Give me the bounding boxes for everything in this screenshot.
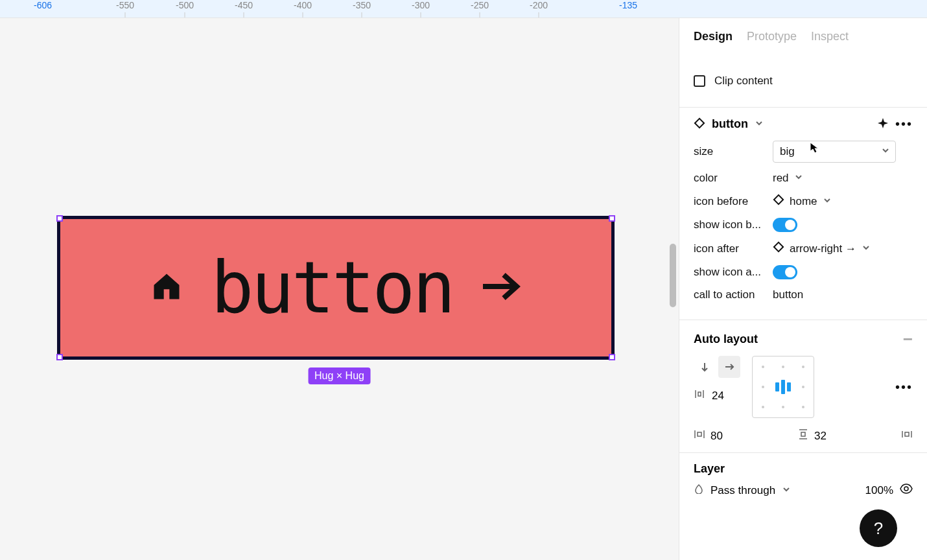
inspector-tabs: Design Prototype Inspect [679,18,927,55]
svg-rect-4 [774,242,783,251]
prop-color-label: color [694,172,773,185]
horizontal-padding-icon [694,428,705,443]
alignment-center-icon [775,380,791,394]
prop-size-label: size [694,145,773,158]
ruler-end: -135 [619,0,637,10]
gap-value[interactable]: 24 [712,390,724,402]
svg-rect-18 [905,432,909,436]
opacity-value[interactable]: 100% [865,484,893,497]
section-component-props: button ••• size big color red [679,108,927,320]
ruler-tick: -450 [235,0,253,10]
svg-marker-2 [878,118,888,128]
prop-cta-value[interactable]: button [773,288,803,301]
svg-rect-15 [801,432,805,436]
ruler-line [185,12,185,18]
prop-color-select[interactable]: red [773,172,913,185]
direction-horizontal-button[interactable] [718,356,740,378]
prop-cta-label: call to action [694,288,773,301]
show-icon-after-toggle[interactable] [773,265,797,279]
selection-handle-br[interactable] [609,354,615,360]
more-options-icon[interactable]: ••• [895,117,913,132]
svg-rect-9 [698,392,701,396]
horizontal-ruler: -606 -550 -500 -450 -400 -350 -300 -250 … [0,0,927,18]
vertical-scrollbar[interactable] [670,244,676,307]
selection-handle-tr[interactable] [609,215,615,222]
inspector-panel: Design Prototype Inspect Clip content bu… [679,18,927,560]
selection-handle-tl[interactable] [56,215,63,222]
blend-mode-icon[interactable] [694,484,704,497]
gap-icon [694,388,705,403]
chevron-down-icon [794,172,803,185]
chevron-down-icon [862,242,871,255]
auto-layout-title: Auto layout [694,332,758,346]
prop-size-select[interactable]: big [773,141,896,163]
prop-icon-before-value: home [790,195,817,208]
home-icon [150,270,183,306]
remove-auto-layout-icon[interactable]: − [903,329,913,349]
clip-content-label: Clip content [714,75,773,88]
chevron-down-icon [823,195,832,208]
chevron-down-icon [881,145,890,158]
arrow-right-icon [480,271,522,305]
svg-rect-3 [774,195,783,204]
horizontal-padding-value[interactable]: 80 [710,430,723,443]
section-frame-options: Clip content [679,55,927,108]
vertical-padding-value[interactable]: 32 [814,430,827,443]
clip-content-checkbox[interactable] [694,75,705,87]
vertical-padding-icon [797,428,809,443]
component-icon [694,117,705,132]
button-label: button [211,246,452,329]
component-name[interactable]: button [712,117,748,131]
prop-icon-before-label: icon before [694,195,773,208]
direction-vertical-button[interactable] [694,356,716,378]
layer-title: Layer [694,462,725,476]
ruler-tick: -500 [176,0,194,10]
swap-instance-icon[interactable] [877,117,889,132]
ruler-line [303,12,303,18]
ruler-line [480,12,480,18]
ruler-start: -606 [34,0,52,10]
svg-point-19 [904,487,908,491]
independent-padding-icon[interactable] [901,428,913,443]
chevron-down-icon[interactable] [755,119,764,130]
prop-show-icon-before-label: show icon b... [694,218,773,231]
prop-icon-after-label: icon after [694,242,773,255]
prop-size-value: big [780,145,795,158]
section-auto-layout: Auto layout − 24 [679,320,927,453]
ruler-tick: -300 [412,0,430,10]
ruler-line [125,12,126,18]
ruler-line [539,12,539,18]
tab-prototype[interactable]: Prototype [747,30,797,43]
size-badge: Hug × Hug [308,368,371,384]
ruler-tick: -200 [530,0,548,10]
button-component-instance[interactable]: button [57,216,615,360]
prop-icon-after-value: arrow-right → [790,242,856,255]
prop-icon-before-select[interactable]: home [773,194,913,209]
ruler-line [421,12,421,18]
instance-icon [773,194,784,209]
ruler-line [362,12,362,18]
selection-handle-bl[interactable] [56,354,63,360]
tab-inspect[interactable]: Inspect [811,30,849,43]
alignment-grid[interactable] [752,356,814,418]
prop-show-icon-after-label: show icon a... [694,266,773,279]
tab-design[interactable]: Design [694,30,733,43]
design-canvas[interactable]: button Hug × Hug [0,18,679,560]
help-button[interactable]: ? [860,509,897,547]
prop-icon-after-select[interactable]: arrow-right → [773,241,913,256]
ruler-tick: -350 [353,0,371,10]
ruler-line [244,12,244,18]
blend-mode-value[interactable]: Pass through [710,484,775,497]
visibility-icon[interactable] [900,484,913,497]
ruler-tick: -550 [116,0,134,10]
svg-rect-1 [695,118,704,127]
ruler-tick: -250 [471,0,489,10]
show-icon-before-toggle[interactable] [773,218,797,232]
auto-layout-more-icon[interactable]: ••• [895,380,913,395]
ruler-tick: -400 [294,0,312,10]
instance-icon [773,241,784,256]
svg-rect-12 [698,432,701,436]
prop-color-value: red [773,172,789,185]
section-layer: Layer Pass through 100% [679,453,927,506]
chevron-down-icon[interactable] [782,484,791,497]
